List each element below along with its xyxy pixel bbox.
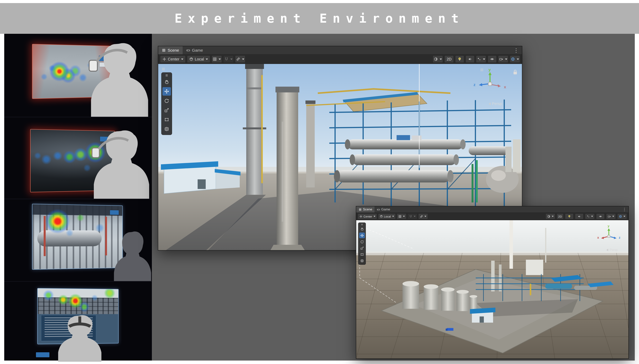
pivot-mode-dropdown[interactable]: Center [160, 56, 185, 63]
ruler-icon [236, 57, 240, 61]
camera-settings-dropdown[interactable] [498, 56, 508, 63]
lighting-toggle[interactable] [455, 56, 464, 63]
axis-y-label: y [489, 68, 491, 72]
speaker-icon [578, 215, 581, 218]
scene-3d-art [356, 220, 628, 358]
chevron-down-icon [623, 216, 625, 217]
scale-icon [360, 246, 364, 250]
vr-user-scan [56, 314, 104, 362]
projection-mode[interactable]: Persp [489, 102, 502, 106]
scene-visibility-toggle[interactable] [596, 214, 605, 219]
unity-window-secondary: Scene Game ⋮ Center Local [356, 206, 629, 359]
persp-chevron-icon [606, 248, 608, 251]
effects-stars-icon [477, 57, 481, 61]
transform-tool-button[interactable] [359, 258, 365, 264]
chevron-down-icon [591, 216, 593, 217]
gaze-heatmap-overlay [33, 204, 122, 269]
palette-handle-icon[interactable]: ≡ [361, 224, 363, 226]
tool-palette: ≡ [358, 222, 366, 265]
gizmos-dropdown[interactable] [510, 56, 520, 63]
page-title: Experiment Environment [174, 11, 465, 26]
audio-toggle[interactable] [575, 214, 583, 219]
orientation-label: Local [384, 215, 391, 218]
audio-toggle[interactable] [466, 56, 475, 63]
grid-visibility-dropdown[interactable] [397, 214, 406, 219]
tab-game[interactable]: Game [374, 206, 392, 212]
orientation-dropdown[interactable]: Local [378, 214, 396, 219]
cube-icon [189, 57, 193, 61]
move-tool-button[interactable] [359, 232, 365, 238]
tab-scene[interactable]: Scene [356, 206, 374, 212]
2d-toggle-button[interactable]: 2D [445, 56, 454, 63]
shaded-sphere-icon [434, 57, 438, 61]
chevron-down-icon [483, 58, 485, 60]
orientation-label: Local [195, 57, 204, 62]
eye-icon [490, 57, 494, 61]
scale-icon [164, 108, 169, 113]
tab-scene-label: Scene [363, 208, 372, 211]
snap-increment-dropdown[interactable] [418, 214, 428, 219]
chevron-down-icon [230, 58, 233, 60]
rect-tool-button[interactable] [162, 116, 171, 124]
grid-snap-toggle[interactable] [223, 56, 234, 63]
camera-icon [499, 57, 503, 61]
tab-scene[interactable]: Scene [158, 46, 183, 54]
gizmos-dropdown[interactable] [617, 214, 627, 219]
window-menu-icon[interactable]: ⋮ [620, 206, 628, 212]
grid-visibility-dropdown[interactable] [212, 56, 222, 63]
orientation-gizmo[interactable]: y z x [477, 70, 504, 97]
rotate-tool-button[interactable] [359, 239, 365, 244]
pivot-icon [162, 57, 166, 61]
draw-mode-dropdown[interactable] [546, 214, 555, 219]
distant-tank [505, 147, 512, 172]
scene-toolbar-right: 2D [546, 214, 627, 219]
vr-capture-column [4, 34, 152, 360]
hand-tool-button[interactable] [162, 78, 171, 86]
projection-mode[interactable]: Persp [606, 248, 618, 252]
scale-tool-button[interactable] [359, 245, 365, 251]
draw-mode-dropdown[interactable] [433, 56, 443, 63]
scale-tool-button[interactable] [162, 106, 171, 114]
scene-visibility-toggle[interactable] [488, 56, 497, 63]
grid-icon [212, 57, 217, 61]
palette-handle-icon[interactable]: ≡ [165, 74, 168, 77]
effects-dropdown[interactable] [476, 56, 486, 63]
move-tool-button[interactable] [162, 87, 171, 96]
lock-icon[interactable] [513, 69, 518, 76]
tool-palette: ≡ [161, 72, 172, 135]
rotate-tool-button[interactable] [162, 96, 171, 105]
orientation-dropdown[interactable]: Local [187, 56, 210, 63]
snap-increment-dropdown[interactable] [235, 56, 245, 63]
lighting-toggle[interactable] [565, 214, 573, 219]
scene-viewport[interactable]: ≡ [356, 220, 628, 358]
safety-sign [396, 135, 410, 140]
tab-game[interactable]: Game [183, 46, 206, 54]
page: Experiment Environment [0, 0, 639, 364]
hand-tool-button[interactable] [359, 226, 365, 232]
effects-dropdown[interactable] [585, 214, 595, 219]
orientation-gizmo[interactable]: y x z [600, 227, 618, 246]
secondary-tower [306, 103, 315, 188]
effects-stars-icon [586, 215, 590, 218]
rect-tool-button[interactable] [359, 252, 365, 257]
rect-icon [164, 117, 169, 122]
transform-tool-button[interactable] [162, 125, 171, 133]
vr-user-scan [112, 230, 152, 282]
grid-snap-toggle[interactable] [407, 214, 417, 219]
overlay-handle-icon[interactable]: ≡ [162, 66, 165, 72]
blue-roof-shed [470, 308, 495, 322]
persp-label: Persp [492, 102, 502, 106]
scene-toolbar: Center Local [158, 54, 522, 64]
rotate-icon [164, 98, 169, 103]
chevron-down-icon [517, 58, 519, 60]
chevron-down-icon [242, 58, 244, 60]
scene-toolbar-right: 2D [433, 56, 520, 63]
chevron-down-icon [440, 58, 442, 60]
distant-tank [513, 140, 521, 172]
vr-headset-icon [92, 148, 99, 158]
pivot-icon [359, 215, 363, 218]
window-menu-icon[interactable]: ⋮ [510, 46, 522, 54]
camera-settings-dropdown[interactable] [606, 214, 616, 219]
2d-toggle-button[interactable]: 2D [557, 214, 563, 219]
pivot-mode-dropdown[interactable]: Center [358, 214, 377, 219]
